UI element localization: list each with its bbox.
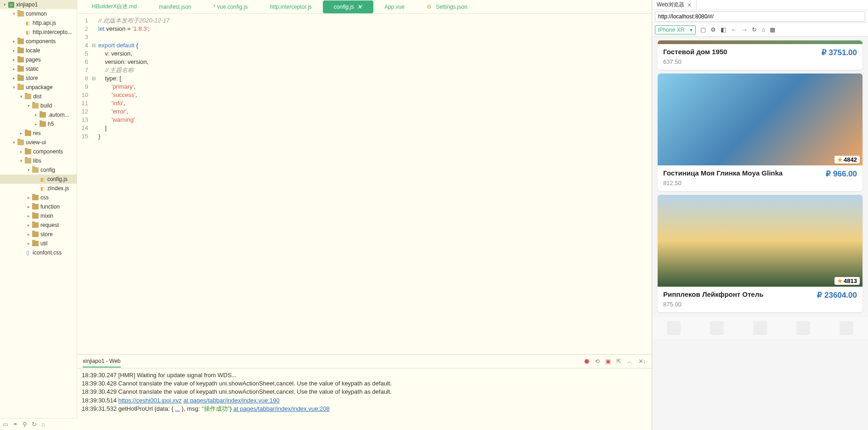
lock-icon[interactable]: ⌂ (761, 26, 765, 33)
tree-item[interactable]: ▾config (0, 165, 77, 175)
console-link[interactable]: at pages/tabbar/index/index.vue:208 (233, 405, 330, 412)
nav-item[interactable] (796, 321, 810, 335)
tree-item[interactable]: ▸static (0, 64, 77, 74)
code-body[interactable]: // 此版本发布于2020-12-17let version = '1.8.3'… (96, 14, 652, 354)
preview-viewport[interactable]: Гостевой дом 1950₽ 3751.00637.50★4842Гос… (652, 37, 868, 430)
tree-item[interactable]: ▸mixin (0, 211, 77, 221)
back-icon[interactable]: ← (731, 26, 737, 33)
code-line: export default { (98, 41, 652, 50)
capture-icon[interactable]: ◧ (721, 26, 726, 33)
tool-icon-1[interactable]: ▭ (3, 421, 8, 428)
tree-item[interactable]: ◧http.api.js (0, 18, 77, 28)
close-icon[interactable]: ✕ (357, 3, 362, 11)
nav-item[interactable] (753, 321, 767, 335)
tree-item[interactable]: ▸css (0, 193, 77, 202)
code-line: let version = '1.8.3'; (98, 25, 652, 33)
editor-tab[interactable]: manifest.json (148, 1, 203, 13)
tool-icon-2[interactable]: ⚭ (13, 421, 18, 428)
tree-item[interactable]: ▾libs (0, 156, 77, 165)
tree-item[interactable]: ▸locale (0, 46, 77, 55)
nav-item[interactable] (710, 321, 724, 335)
clear-icon[interactable]: ▣ (605, 358, 611, 365)
tree-item[interactable]: ▸components (0, 147, 77, 156)
editor-tab[interactable]: * vue.config.js (203, 1, 259, 13)
tree-item[interactable]: ▸components (0, 37, 77, 46)
tree-item[interactable]: ▸request (0, 221, 77, 230)
hotel-image: ★4842 (658, 74, 862, 165)
code-editor[interactable]: 123456789101112131415 ⊟⊟ // 此版本发布于2020-1… (77, 14, 652, 354)
code-line: } (98, 132, 652, 141)
tree-item-label: h5 (48, 121, 54, 127)
chevron-icon: ▾ (11, 85, 17, 90)
tree-item[interactable]: ▾build (0, 101, 77, 110)
tool-icon-5[interactable]: ⌂ (41, 421, 45, 428)
stop-icon[interactable]: ⬣ (584, 358, 589, 365)
nav-item[interactable] (840, 321, 853, 335)
console-link[interactable]: at pages/tabbar/index/index.vue:190 (183, 397, 280, 404)
refresh-icon[interactable]: ↻ (752, 26, 757, 33)
tree-item[interactable]: ◧http.intercepto... (0, 28, 77, 37)
tree-item[interactable]: ▸h5 (0, 119, 77, 129)
hotel-card[interactable]: ★4813Рипплеков Лейкфронт Отель₽ 23604.00… (658, 195, 862, 312)
console-tab-active[interactable]: xinjiapo1 - Web (83, 356, 121, 368)
tree-item[interactable]: ▸res (0, 129, 77, 138)
tree-item[interactable]: ▾unpackage (0, 83, 77, 92)
chevron-icon: ▾ (18, 94, 24, 99)
tree-item[interactable]: ▸pages (0, 55, 77, 64)
code-line: version: version, (98, 58, 652, 66)
tree-item[interactable]: ◧config.js (0, 175, 77, 184)
close-console-icon[interactable]: ✕↓ (638, 358, 647, 365)
console-tools: ⬣ ⟲ ▣ ⇱ ︿ ✕↓ (584, 357, 647, 366)
export-icon[interactable]: ⇱ (616, 358, 621, 365)
editor-tab[interactable]: http.interceptor.js (259, 1, 322, 13)
console-link[interactable]: ... (175, 405, 180, 412)
tree-item[interactable]: ▸store (0, 230, 77, 239)
file-tree-sidebar[interactable]: ▾ U xinjiapo1 ▾common◧http.api.js◧http.i… (0, 0, 77, 430)
forward-icon[interactable]: → (741, 26, 747, 33)
fold-gutter[interactable]: ⊟⊟ (91, 14, 96, 354)
tool-icon-3[interactable]: ⚲ (23, 421, 27, 428)
url-input[interactable] (655, 11, 865, 22)
chevron-icon: ▸ (11, 75, 17, 81)
tree-item-label: mixin (40, 213, 53, 219)
tree-item[interactable]: ▸util (0, 239, 77, 248)
folder-icon (17, 140, 24, 145)
chevron-icon: ▾ (26, 167, 31, 173)
hotel-card[interactable]: Гостевой дом 1950₽ 3751.00637.50 (658, 40, 862, 70)
editor-tab[interactable]: config.js✕ (323, 0, 373, 13)
tree-item[interactable]: ◧zIndex.js (0, 184, 77, 193)
hotel-card[interactable]: ★4842Гостиница Моя Глинка Moya Glinka₽ 9… (658, 74, 862, 191)
grid-icon[interactable]: ▦ (770, 26, 775, 33)
browser-preview: Web浏览器 ✕ iPhone XR ▢ ⚙ ◧ ← → ↻ ⌂ ▦ Госте… (652, 0, 868, 430)
tree-item[interactable]: {}iconfont.css (0, 248, 77, 257)
folder-icon (17, 57, 24, 62)
tree-item[interactable]: ▾dist (0, 92, 77, 101)
device-selector[interactable]: iPhone XR (655, 25, 696, 34)
window-icon[interactable]: ▢ (700, 26, 706, 33)
tab-label: Settings.json (436, 4, 468, 10)
tree-root[interactable]: ▾ U xinjiapo1 (0, 0, 77, 9)
tree-item[interactable]: ▸.autom... (0, 110, 77, 119)
tool-icon-4[interactable]: ↻ (32, 421, 37, 428)
editor-tab[interactable]: ⚙Settings.json (416, 1, 479, 13)
tree-item-label: request (40, 222, 59, 228)
editor-tab[interactable]: HBuilderX自述.md (81, 0, 148, 13)
console-body[interactable]: 18:39:30.247 [HMR] Waiting for update si… (77, 368, 652, 430)
console-link[interactable]: https://ceshi001.jpoi.xyz (118, 397, 182, 404)
chevron-icon: ▸ (26, 241, 31, 246)
tree-item[interactable]: ▾uview-ui (0, 138, 77, 147)
editor-tab[interactable]: App.vue (373, 1, 416, 13)
restart-icon[interactable]: ⟲ (595, 358, 600, 365)
close-icon[interactable]: ✕ (687, 2, 692, 8)
tree-item[interactable]: ▸store (0, 74, 77, 83)
nav-item[interactable] (667, 321, 681, 335)
tree-item[interactable]: ▸function (0, 202, 77, 211)
code-line: ] (98, 124, 652, 132)
gear-icon[interactable]: ⚙ (710, 26, 716, 33)
folder-icon (39, 121, 46, 127)
tree-item-label: util (40, 240, 47, 247)
browser-tab[interactable]: Web浏览器 ✕ (652, 0, 697, 10)
tree-item[interactable]: ▾common (0, 9, 77, 18)
collapse-icon[interactable]: ︿ (627, 357, 633, 366)
chevron-icon: ▸ (26, 213, 31, 219)
